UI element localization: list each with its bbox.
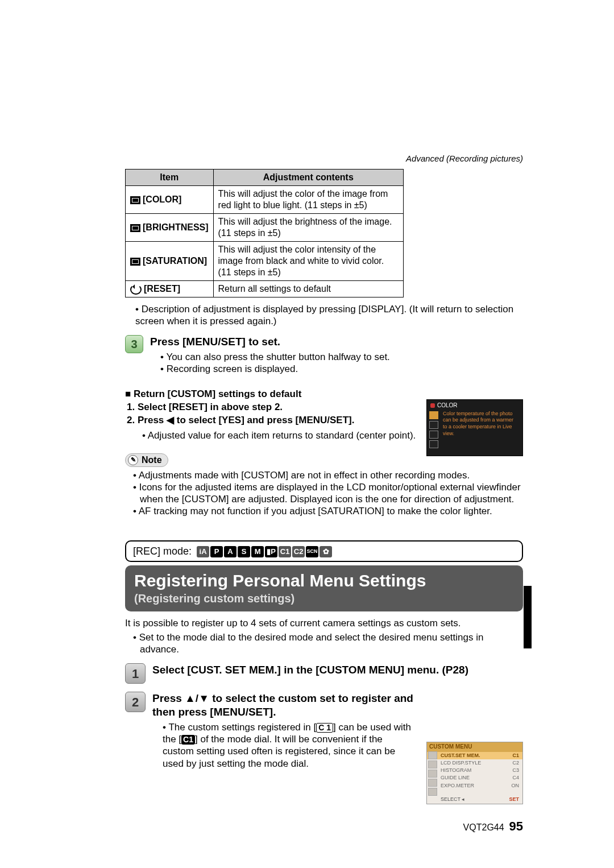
rec-mode-box: [REC] mode: iA P A S M ▮P C1 C2 SCN ✿ — [125, 540, 523, 563]
reset-icon — [130, 284, 142, 295]
lcd-side-icon — [429, 421, 438, 429]
note-label: Note — [142, 454, 162, 466]
section-title: Registering Personal Menu Settings — [134, 570, 514, 592]
mode-ia-icon: iA — [197, 546, 209, 557]
lcd-tab-icon — [428, 770, 437, 778]
item-desc: This will adjust the color of the image … — [213, 185, 403, 213]
lcd-menu-row: LCD DISP.STYLEC2 — [427, 759, 522, 767]
lcd-footer: SELECT ◂ SET — [441, 796, 519, 803]
lcd-title: COLOR — [437, 402, 458, 410]
adjustment-table: Item Adjustment contents [COLOR] This wi… — [125, 169, 404, 297]
return-custom-heading: Return [CUSTOM] settings to default — [125, 388, 523, 400]
after-table-note: Description of adjustment is displayed b… — [125, 303, 523, 328]
lcd-tab-icon — [428, 751, 437, 759]
item-name: [SATURATION] — [143, 256, 207, 266]
manual-page: Advanced (Recording pictures) Item Adjus… — [0, 0, 614, 868]
mode-icon-row: iA P A S M ▮P C1 C2 SCN ✿ — [197, 546, 332, 557]
note-icon: ✎ — [128, 455, 138, 465]
lcd-preview-color: COLOR Color temperature of the photo can… — [426, 399, 523, 456]
lcd-menu-title: CUSTOM MENU — [427, 742, 522, 752]
section-title-bar: Registering Personal Menu Settings (Regi… — [125, 565, 523, 611]
step-number-badge: 2 — [125, 692, 146, 712]
step-body: The custom settings registered in [C 1] … — [152, 721, 415, 770]
c1-outline-icon: C 1 — [316, 723, 333, 733]
mode-a-icon: A — [224, 546, 237, 557]
table-row: [RESET] Return all settings to default — [126, 280, 404, 297]
step-3: 3 Press [MENU/SET] to set. You can also … — [125, 335, 523, 381]
step-1: 1 Select [CUST. SET MEM.] in the [CUSTOM… — [125, 663, 523, 684]
doc-code: VQT2G44 — [463, 822, 504, 832]
lcd-menu-row: HISTOGRAMC3 — [427, 767, 522, 774]
lcd-tab-icon — [428, 779, 437, 787]
mode-mycolor-icon: ✿ — [320, 546, 332, 557]
c1-solid-icon: C1 — [181, 735, 195, 745]
color-icon — [130, 196, 140, 204]
section-header: Advanced (Recording pictures) — [125, 154, 523, 164]
intro-bullet: Set to the mode dial to the desired mode… — [125, 631, 523, 656]
item-name: [BRIGHTNESS] — [143, 222, 209, 232]
step-number-badge: 1 — [125, 663, 146, 684]
item-name: [COLOR] — [143, 195, 181, 204]
mode-m-icon: M — [251, 546, 264, 557]
note-badge: ✎ Note — [125, 453, 168, 467]
intro-line: It is possible to register up to 4 sets … — [125, 617, 523, 629]
table-row: [SATURATION] This will adjust the color … — [126, 241, 404, 280]
lcd-tab-icon — [428, 760, 437, 768]
step-bullets: You can also press the shutter button ha… — [150, 351, 523, 375]
table-row: [COLOR] This will adjust the color of th… — [126, 185, 404, 213]
mode-mp-icon: ▮P — [265, 546, 277, 557]
step-title: Press [MENU/SET] to set. — [150, 335, 523, 349]
section-subtitle: (Registering custom settings) — [134, 592, 514, 606]
lcd-tab-icon — [428, 788, 437, 796]
item-desc: This will adjust the color intensity of … — [213, 241, 403, 280]
section-side-tab — [524, 586, 532, 648]
mode-c2-icon: C2 — [292, 546, 305, 557]
lcd-menu-row: GUIDE LINEC4 — [427, 774, 522, 782]
saturation-icon — [130, 258, 140, 266]
mode-c1-icon: C1 — [279, 546, 291, 557]
page-footer: VQT2G44 95 — [463, 819, 523, 834]
col-contents: Adjustment contents — [213, 169, 403, 185]
lcd-side-icon — [429, 431, 438, 439]
lcd-side-icon — [429, 411, 438, 419]
record-dot-icon — [430, 403, 435, 408]
lcd-desc: Color temperature of the photo can be ad… — [443, 411, 519, 437]
brightness-icon — [130, 224, 140, 232]
note-list: Adjustments made with [CUSTOM] are not i… — [125, 469, 523, 518]
page-number: 95 — [509, 819, 523, 833]
step-title: Press ▲/▼ to select the custom set to re… — [152, 692, 415, 719]
step-number-badge: 3 — [125, 335, 143, 353]
step-title: Select [CUST. SET MEM.] in the [CUSTOM M… — [152, 663, 523, 677]
item-desc: This will adjust the brightness of the i… — [213, 213, 403, 241]
lcd-menu-row: EXPO.METERON — [427, 782, 522, 790]
rec-mode-label: [REC] mode: — [133, 545, 192, 557]
lcd-menu-row: CUST.SET MEM.C1 — [427, 752, 522, 759]
item-name: [RESET] — [144, 284, 180, 294]
mode-s-icon: S — [238, 546, 250, 557]
col-item: Item — [126, 169, 214, 185]
table-row: [BRIGHTNESS] This will adjust the bright… — [126, 213, 404, 241]
mode-p-icon: P — [210, 546, 223, 557]
item-desc: Return all settings to default — [213, 280, 403, 297]
mode-scn-icon: SCN — [306, 546, 318, 557]
lcd-side-icon — [429, 440, 438, 448]
lcd-preview-custom-menu: CUSTOM MENU CUST.SET MEM.C1 LCD DISP.STY… — [426, 742, 523, 804]
